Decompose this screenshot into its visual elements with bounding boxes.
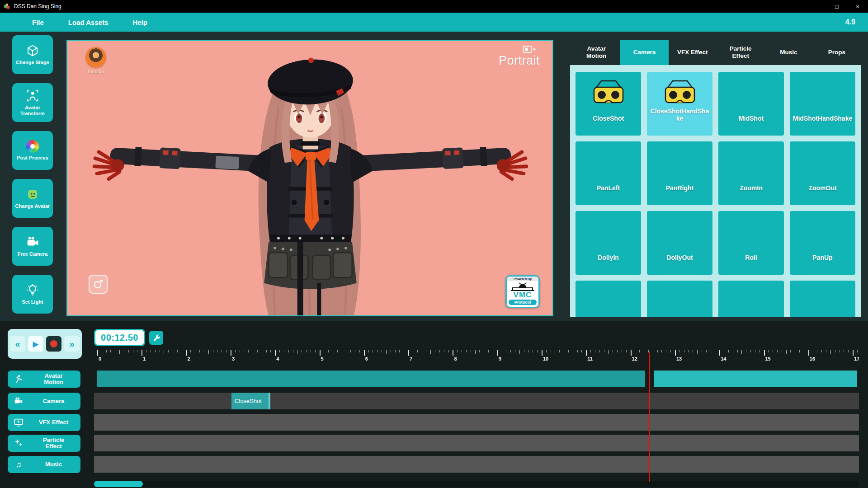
camera-action-panleft[interactable]: PanLeft (576, 141, 641, 205)
title-bar: DSS Dan Sing Sing – □ × (0, 0, 868, 13)
vr-goggles-icon (590, 79, 627, 109)
track-label: VFX Effect (36, 419, 72, 426)
camera-clip-closeshot[interactable]: CloseShot (231, 393, 271, 409)
vmc-protocol-badge: Powered By VMC Protocol (505, 275, 540, 308)
vmc-protocol-label: Protocol (509, 300, 537, 305)
portrait-icon (523, 45, 537, 54)
orientation-label: Portrait (499, 54, 540, 68)
camera-action-dollyin[interactable]: DollyIn (576, 211, 641, 275)
scrollbar-thumb[interactable] (94, 481, 143, 487)
app-icon (4, 3, 10, 10)
tab-camera[interactable]: Camera (620, 40, 668, 65)
camera-action-empty[interactable] (647, 281, 712, 317)
tool-free-camera[interactable]: Free Camera (12, 227, 53, 266)
tool-avatar-transform[interactable]: Avatar Transform (12, 83, 53, 122)
tab-particle-effect[interactable]: Particle Effect (717, 40, 764, 65)
camera-action-roll[interactable]: Roll (718, 211, 784, 275)
track-vfx-effect[interactable]: VFX Effect (8, 414, 80, 431)
right-tabs: Avatar MotionCameraVFX EffectParticle Ef… (572, 40, 861, 65)
music-icon: ♫ (13, 460, 24, 469)
mocopi-widget[interactable]: mocopi (85, 47, 106, 74)
tab-vfx-effect[interactable]: VFX Effect (669, 40, 717, 65)
camera-action-midshot[interactable]: MidShot (718, 72, 784, 136)
particle-icon (13, 438, 24, 448)
camera-action-zoomout[interactable]: ZoomOut (790, 141, 855, 205)
track-particle-effect[interactable]: Particle Effect (8, 435, 80, 452)
track-row-particle-effect[interactable] (94, 435, 859, 451)
vfx-icon (13, 418, 24, 427)
tab-avatar-motion[interactable]: Avatar Motion (572, 40, 620, 65)
tool-change-stage[interactable]: Change Stage (12, 35, 53, 74)
window-controls: – □ × (806, 0, 868, 13)
camera-action-empty[interactable] (790, 281, 855, 317)
wrench-icon (152, 334, 160, 342)
window-title: DSS Dan Sing Sing (14, 3, 61, 9)
mocopi-icon (85, 47, 106, 68)
tool-set-light[interactable]: Set Light (12, 275, 53, 314)
track-row-camera[interactable]: CloseShot (94, 393, 859, 409)
camera-action-label: PanUp (812, 254, 832, 261)
left-toolbar: Change StageAvatar TransformPost Process… (12, 35, 53, 314)
avatar-motion-segment[interactable] (654, 371, 857, 387)
timeline-area: 01234567891011121314151617 CloseShot (94, 349, 859, 488)
timeline-panel: «▶» 00:12.50 Avatar MotionCameraVFX Effe… (0, 321, 868, 488)
vr-goggles-icon (661, 79, 699, 109)
track-label: Camera (36, 398, 72, 404)
tool-change-avatar[interactable]: Change Avatar (12, 179, 53, 218)
tool-label: Post Process (15, 155, 50, 161)
track-labels: Avatar MotionCameraVFX EffectParticle Ef… (8, 321, 80, 488)
track-camera[interactable]: Camera (8, 393, 80, 410)
track-avatar-motion[interactable]: Avatar Motion (8, 371, 80, 388)
tool-label: Change Avatar (14, 203, 52, 209)
camera-action-midshothandshake[interactable]: MidShotHandShake (790, 72, 855, 136)
track-label: Avatar Motion (36, 373, 72, 386)
camera-action-closeshot[interactable]: CloseShot (576, 72, 641, 136)
menu-load-assets[interactable]: Load Assets (56, 19, 121, 26)
screenshot-button[interactable] (89, 275, 108, 294)
post-process-icon (26, 140, 39, 153)
camera-action-dollyout[interactable]: DollyOut (647, 211, 712, 275)
avatar-motion-segment[interactable] (97, 371, 645, 387)
track-music[interactable]: ♫Music (8, 456, 80, 473)
menu-bar: FileLoad AssetsHelp 4.9 (0, 13, 868, 32)
camera-action-empty[interactable] (576, 281, 641, 317)
camera-action-label: ZoomIn (740, 184, 763, 192)
camera-action-empty[interactable] (718, 281, 784, 317)
close-button[interactable]: × (847, 0, 868, 13)
maximize-button[interactable]: □ (826, 0, 847, 13)
orientation-indicator[interactable]: Portrait (499, 45, 546, 68)
camera-action-label: CloseShot (593, 115, 624, 122)
camera-action-label: PanLeft (597, 184, 620, 192)
timeline-settings-button[interactable] (149, 331, 163, 345)
playhead[interactable] (649, 352, 650, 482)
camera-action-label: PanRight (666, 184, 693, 192)
camera-action-label: ZoomOut (808, 184, 836, 192)
camera-action-zoomin[interactable]: ZoomIn (718, 141, 784, 205)
free-camera-icon (26, 235, 39, 249)
track-row-music[interactable] (94, 456, 859, 473)
menu-help[interactable]: Help (120, 19, 160, 26)
camera-action-label: Roll (745, 254, 757, 261)
camera-action-panup[interactable]: PanUp (790, 211, 855, 275)
menu-items: FileLoad AssetsHelp (20, 19, 160, 26)
tab-props[interactable]: Props (813, 40, 861, 65)
minimize-button[interactable]: – (806, 0, 826, 13)
vmc-name: VMC (507, 291, 538, 299)
menu-file[interactable]: File (20, 19, 56, 26)
main-area: Change StageAvatar TransformPost Process… (0, 32, 868, 321)
tool-label: Avatar Transform (12, 105, 53, 116)
avatar-transform-icon (26, 89, 39, 103)
camera-action-label: MidShotHandShake (793, 115, 852, 122)
camera-action-label: DollyIn (598, 254, 619, 261)
vmc-powered-by: Powered By (507, 277, 538, 281)
tab-music[interactable]: Music (764, 40, 812, 65)
vmc-art-icon (510, 282, 535, 291)
track-row-avatar-motion[interactable] (94, 371, 859, 387)
avatar-render (67, 41, 552, 315)
camera-action-panright[interactable]: PanRight (647, 141, 712, 205)
tool-post-process[interactable]: Post Process (12, 131, 53, 170)
tool-label: Change Stage (14, 60, 50, 66)
camera-action-closeshothandshake[interactable]: CloseShotHandShake (647, 72, 712, 136)
scene-viewport[interactable]: mocopi Portrait Powered By VMC (66, 40, 553, 316)
track-row-vfx-effect[interactable] (94, 414, 859, 431)
